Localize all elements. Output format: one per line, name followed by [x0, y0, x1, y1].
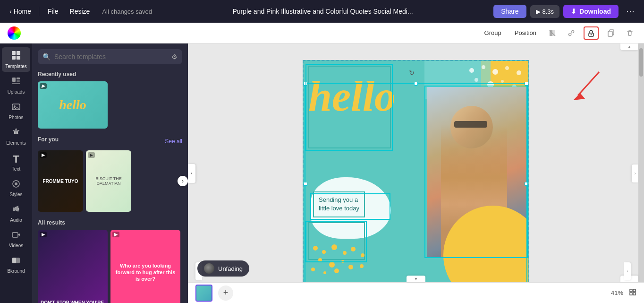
home-label[interactable]: Home: [14, 8, 31, 15]
vertical-scrollbar[interactable]: [638, 43, 644, 282]
scroll-up-icon: ▲: [627, 44, 632, 49]
see-all-button[interactable]: See all: [165, 138, 182, 145]
styles-label: Styles: [9, 192, 22, 197]
audio-icon: [11, 205, 21, 216]
position-button[interactable]: Position: [511, 27, 540, 38]
share-button[interactable]: Share: [493, 5, 526, 18]
svg-point-16: [14, 105, 16, 107]
collapse-panel-button[interactable]: ‹: [188, 164, 195, 183]
download-icon: ⬇: [571, 8, 576, 15]
quote2-thumb-text: Who are you looking forward to hug after…: [112, 260, 178, 285]
canvas-area[interactable]: ‹: [188, 43, 644, 303]
download-label: Download: [579, 8, 611, 15]
group-button[interactable]: Group: [481, 27, 505, 38]
templates-icon: [11, 50, 21, 63]
dog-thumb-text: BISCUIT THE DALMATIAN: [86, 174, 131, 188]
chevron-left-icon: ‹: [9, 8, 12, 15]
expand-right-panel-button[interactable]: ›: [632, 164, 638, 182]
svg-rect-54: [630, 293, 632, 295]
zoom-fit-button[interactable]: [629, 288, 636, 297]
all-results-template-2[interactable]: ▶ Who are you looking forward to hug aft…: [110, 230, 180, 303]
for-you-grid: ▶ FROMME TUYO ▶ BISCUIT THE DALMATIAN ›: [38, 150, 182, 212]
for-you-header: For you See all: [38, 136, 182, 147]
dog-video-badge: ▶: [88, 152, 95, 158]
link-icon-button[interactable]: [565, 27, 578, 39]
svg-point-28: [505, 66, 509, 70]
animation-dot: [204, 263, 214, 274]
collapse-bottom-panel-button[interactable]: ▼: [407, 276, 425, 282]
all-results-section: All results ▶ DON'T STOP WHEN YOU'RE TIR…: [38, 219, 182, 303]
nav-divider: [39, 7, 39, 16]
resize-button[interactable]: Resize: [65, 6, 95, 17]
filter-icon[interactable]: ⚙: [171, 53, 178, 61]
svg-point-43: [329, 262, 335, 268]
recent-template-1[interactable]: ▶ hello: [38, 81, 108, 129]
search-input[interactable]: [54, 53, 168, 61]
food-video-badge: ▶: [40, 152, 47, 158]
svg-point-46: [360, 264, 364, 268]
add-page-button[interactable]: +: [218, 286, 233, 301]
delete-icon-button[interactable]: [623, 27, 636, 39]
svg-point-20: [15, 182, 17, 185]
svg-point-30: [475, 78, 478, 82]
svg-rect-6: [608, 31, 612, 36]
svg-rect-9: [12, 56, 16, 60]
sidebar-item-audio[interactable]: Audio: [2, 202, 30, 225]
download-button[interactable]: ⬇ Download: [563, 5, 619, 18]
more-options-button[interactable]: ⋯: [622, 3, 638, 19]
page-thumbnail-1[interactable]: [195, 285, 212, 302]
zoom-level-display: 41%: [611, 289, 623, 296]
sidebar-item-videos[interactable]: Videos: [2, 227, 30, 251]
back-home-button[interactable]: ‹ Home: [6, 6, 35, 17]
file-menu-button[interactable]: File: [43, 6, 63, 17]
for-you-section: For you See all ▶ FROMME TUYO ▶ BISCUIT …: [38, 136, 182, 212]
sidebar-item-templates[interactable]: Templates: [2, 47, 30, 72]
sidebar-item-styles[interactable]: Styles: [2, 176, 30, 200]
for-you-next-button[interactable]: ›: [178, 176, 188, 186]
design-sending-text: Sending you alittle love today: [313, 191, 365, 217]
design-yellow-dots: [311, 243, 372, 277]
for-you-template-1[interactable]: ▶ FROMME TUYO: [38, 150, 83, 212]
background-icon: [11, 256, 21, 268]
scroll-right-button[interactable]: ›: [624, 262, 631, 280]
preview-button[interactable]: ▶ 8.3s: [530, 5, 560, 18]
design-sunglasses: [454, 121, 487, 128]
svg-rect-22: [12, 233, 18, 237]
videos-label: Videos: [9, 243, 23, 248]
sidebar-item-uploads[interactable]: Uploads: [2, 74, 30, 97]
main-layout: Templates Uploads Photos: [0, 43, 644, 303]
svg-point-38: [331, 244, 337, 250]
background-label: Bkround: [7, 268, 25, 274]
search-icon: 🔍: [42, 53, 51, 61]
svg-rect-24: [12, 258, 16, 263]
recently-used-title: Recently used: [38, 71, 182, 78]
svg-point-4: [591, 34, 592, 35]
photos-label: Photos: [8, 115, 23, 120]
svg-point-44: [341, 260, 344, 263]
for-you-template-2[interactable]: ▶ BISCUIT THE DALMATIAN: [86, 150, 131, 212]
copy-icon-button[interactable]: [604, 27, 618, 39]
sidebar-item-text[interactable]: T Text: [2, 150, 30, 174]
svg-rect-8: [17, 51, 20, 55]
audio-label: Audio: [10, 217, 22, 223]
sidebar-item-elements[interactable]: Elements: [2, 125, 30, 148]
recently-used-section: Recently used ▶ hello: [38, 71, 182, 129]
svg-point-45: [348, 265, 353, 269]
color-palette-button[interactable]: [8, 26, 21, 40]
svg-point-29: [517, 70, 521, 75]
all-results-template-1[interactable]: ▶ DON'T STOP WHEN YOU'RE TIRED.: [38, 230, 108, 303]
lock-icon-button[interactable]: [584, 26, 599, 40]
animation-pill[interactable]: Unfading: [197, 260, 249, 277]
svg-line-50: [578, 72, 599, 95]
document-title: Purple and Pink Illustrative and Colorfu…: [152, 8, 493, 15]
nav-left: ‹ Home File Resize All changes saved: [6, 6, 152, 17]
sidebar-item-photos[interactable]: Photos: [2, 99, 30, 123]
transparency-icon-button[interactable]: [546, 27, 559, 39]
quote2-video-badge: ▶: [112, 232, 119, 237]
rotation-handle[interactable]: ↻: [407, 69, 416, 77]
scroll-up-button[interactable]: ▲: [620, 43, 638, 50]
uploads-label: Uploads: [8, 89, 25, 95]
sidebar-item-background[interactable]: Bkround: [2, 253, 30, 277]
elements-label: Elements: [6, 140, 26, 146]
saved-status: All changes saved: [102, 8, 152, 15]
